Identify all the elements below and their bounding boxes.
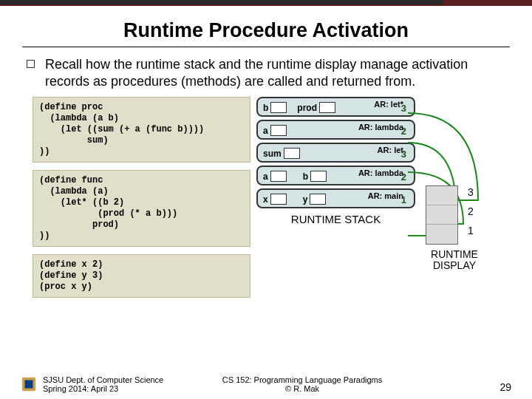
var-box [270,125,287,136]
var-label: b [303,171,308,182]
ar-num: 1 [401,194,406,205]
slide-top-accent [0,0,532,6]
ar-label: AR: lambda [358,123,403,132]
var-box [310,171,327,182]
slide-title: Runtime Procedure Activation [0,19,532,42]
var-label: b [263,103,268,113]
var-box [270,171,287,182]
display-index: 1 [468,225,474,236]
stack-caption: RUNTIME STACK [256,213,415,225]
ar-num: 3 [401,103,406,114]
sjsu-logo-icon [21,376,37,392]
runtime-stack: b prod AR: let* 3 a AR: lambda 2 sum AR:… [256,97,415,225]
bullet-text: Recall how the runtime stack and the run… [45,56,505,89]
stack-frame: b prod AR: let* 3 [256,97,415,117]
display-cell: 2 [426,205,457,225]
display-cell: 3 [426,186,457,205]
code-block-proc: (define proc (lambda (a b) (let ((sum (+… [33,97,250,163]
slide-number: 29 [499,381,511,393]
var-label: sum [263,149,282,159]
display-boxes: 3 2 1 [426,185,458,245]
var-box [310,194,326,205]
footer-course: CS 152: Programming Language Paradigms ©… [222,375,382,393]
footer-dept: SJSU Dept. of Computer Science Spring 20… [43,375,163,393]
display-index: 2 [468,205,474,217]
bullet-square-icon [27,60,35,68]
display-caption: RUNTIME DISPLAY [421,249,488,272]
ar-label: AR: main [368,191,403,200]
stack-frame: x y AR: main 1 [256,188,415,208]
display-cell: 1 [426,225,457,244]
ar-label: AR: lambda [358,168,403,177]
var-box [284,148,300,159]
ar-num: 2 [401,171,406,183]
var-label: prod [297,103,317,113]
var-label: x [263,194,268,205]
stack-frame: a AR: lambda 2 [256,120,415,140]
var-label: y [303,194,308,205]
runtime-display: 3 2 1 RUNTIME DISPLAY [421,185,488,272]
var-label: a [263,126,268,136]
title-divider [22,47,510,47]
var-box [319,102,335,113]
var-box [270,194,287,205]
ar-num: 3 [401,149,406,160]
bullet-item: Recall how the runtime stack and the run… [27,56,505,89]
slide-footer: SJSU Dept. of Computer Science Spring 20… [0,375,532,393]
code-block-main: (define x 2) (define y 3) (proc x y) [33,254,250,298]
ar-num: 2 [401,126,406,137]
stack-frame: a b AR: lambda 2 [256,166,415,185]
content-row: (define proc (lambda (a b) (let ((sum (+… [33,97,505,298]
display-index: 3 [468,186,474,198]
slide-body: Recall how the runtime stack and the run… [0,56,532,298]
stack-frame: sum AR: let 3 [256,143,415,163]
ar-label: AR: let [378,146,403,154]
var-box [270,102,287,113]
ar-label: AR: let* [374,100,403,109]
code-column: (define proc (lambda (a b) (let ((sum (+… [33,97,250,298]
code-block-func: (define func (lambda (a) (let* ((b 2) (p… [33,170,250,247]
var-label: a [263,171,268,182]
svg-rect-1 [25,381,33,389]
